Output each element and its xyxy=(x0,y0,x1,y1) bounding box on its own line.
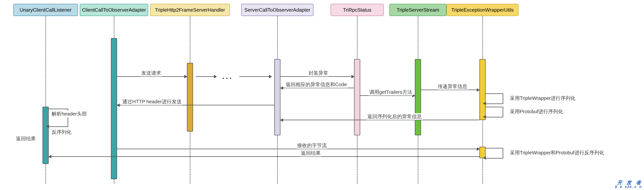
self-message-1 xyxy=(486,107,503,117)
message-label-8: 返回结果 xyxy=(300,150,322,156)
activation-p6-5 xyxy=(480,59,486,120)
participant-p4: TriRpcStatus xyxy=(330,4,384,16)
message-label-6: 返回序列化后的异常信息 xyxy=(367,113,422,120)
message-label-7: 接收的字节流 xyxy=(296,142,328,149)
message-label-0: 发送请求 xyxy=(140,70,162,76)
message-label-1: 封装异常 xyxy=(308,70,329,76)
activation-p1-0 xyxy=(111,38,117,179)
watermark: 开 发 者D e vZe.c n xyxy=(615,181,642,188)
activation-p4-3 xyxy=(354,59,360,135)
self-message-label-0: 采用TripleWrapper进行序列化 xyxy=(509,95,576,102)
sequence-diagram: UnaryClientCallListenerClientCallToObser… xyxy=(0,0,644,190)
self-message-0 xyxy=(486,93,503,104)
activation-p2-1 xyxy=(187,63,193,132)
continuation-arrow-0 xyxy=(196,76,216,77)
self-message-label-1: 采用Protobuf进行序列化 xyxy=(509,108,564,115)
self-left-label1-0: 解析header头部 xyxy=(51,111,88,117)
message-label-2: 返回相应的异常信息和Code xyxy=(285,81,348,88)
message-8 xyxy=(49,156,480,157)
self-message-label-2: 采用TripleWrapper和Protobuf进行反序列化 xyxy=(509,149,605,156)
participant-p0: UnaryClientCallListener xyxy=(13,4,78,16)
participant-p1: ClientCallToObserverAdapter xyxy=(80,4,148,16)
activation-p5-4 xyxy=(415,59,421,135)
self-message-2 xyxy=(486,148,503,159)
participant-p2: TripleHttp2FrameServerHandler xyxy=(150,4,230,16)
self-left-label2-0: 反序列化 xyxy=(51,129,72,136)
message-label-4: 传递异常信息 xyxy=(437,83,468,90)
activation-p3-2 xyxy=(274,59,280,135)
ellipsis-icon: ... xyxy=(222,72,233,81)
message-label-3: 调用getTrailers方法 xyxy=(368,89,413,96)
activation-p0-6 xyxy=(42,107,49,164)
participant-p5: TripleServerStream xyxy=(390,4,446,16)
continuation-arrow-1 xyxy=(239,76,272,77)
free-label-0: 返回结果 xyxy=(15,135,36,142)
participant-p3: ServerCallToObserverAdapter xyxy=(241,4,314,16)
message-label-5: 通过HTTP header进行发送 xyxy=(122,98,182,105)
participant-p6: TripleExceptionWrapperUtils xyxy=(446,4,518,16)
